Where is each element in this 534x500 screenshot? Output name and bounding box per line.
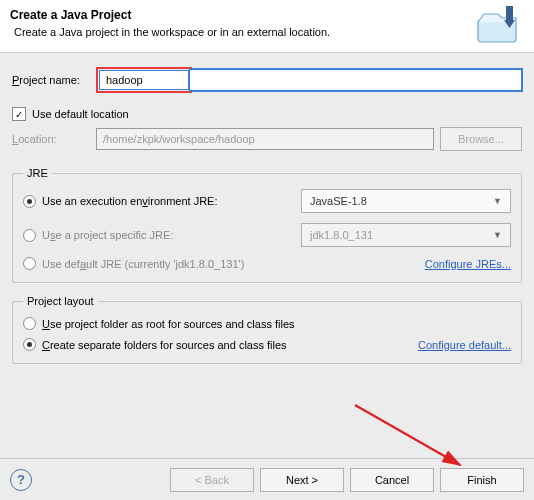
jre-specific-value: jdk1.8.0_131	[310, 229, 373, 241]
layout-separate-label: Create separate folders for sources and …	[42, 339, 418, 351]
folder-wizard-icon	[474, 4, 522, 46]
svg-line-3	[355, 405, 460, 465]
cancel-button[interactable]: Cancel	[350, 468, 434, 492]
annotation-highlight	[96, 67, 192, 93]
layout-root-radio[interactable]	[23, 317, 36, 330]
layout-separate-radio[interactable]	[23, 338, 36, 351]
project-name-input[interactable]	[190, 69, 522, 91]
svg-rect-1	[506, 6, 513, 20]
layout-root-label: Use project folder as root for sources a…	[42, 318, 295, 330]
jre-default-label: Use default JRE (currently 'jdk1.8.0_131…	[42, 258, 244, 270]
back-button: < Back	[170, 468, 254, 492]
chevron-down-icon: ▼	[493, 196, 502, 206]
help-button[interactable]: ?	[10, 469, 32, 491]
chevron-down-icon: ▼	[493, 230, 502, 240]
finish-button[interactable]: Finish	[440, 468, 524, 492]
project-name-input-annotated[interactable]	[100, 71, 188, 89]
jre-default-radio[interactable]	[23, 257, 36, 270]
project-layout-group: Project layout Use project folder as roo…	[12, 295, 522, 364]
use-default-location-label: Use default location	[32, 108, 129, 120]
next-button[interactable]: Next >	[260, 468, 344, 492]
jre-specific-radio[interactable]	[23, 229, 36, 242]
use-default-location-checkbox[interactable]: ✓	[12, 107, 26, 121]
dialog-subtitle: Create a Java project in the workspace o…	[14, 26, 524, 38]
configure-default-link[interactable]: Configure default...	[418, 339, 511, 351]
jre-env-select[interactable]: JavaSE-1.8 ▼	[301, 189, 511, 213]
browse-button: Browse...	[440, 127, 522, 151]
location-label: Location:	[12, 133, 90, 145]
dialog-title: Create a Java Project	[10, 8, 524, 22]
jre-specific-select: jdk1.8.0_131 ▼	[301, 223, 511, 247]
jre-env-value: JavaSE-1.8	[310, 195, 367, 207]
jre-group: JRE Use an execution environment JRE: Ja…	[12, 167, 522, 283]
jre-env-label: Use an execution environment JRE:	[42, 195, 218, 207]
location-input	[96, 128, 434, 150]
project-name-label: Project name:	[12, 74, 90, 86]
project-layout-legend: Project layout	[23, 295, 98, 307]
jre-specific-label: Use a project specific JRE:	[42, 229, 173, 241]
configure-jres-link[interactable]: Configure JREs...	[425, 258, 511, 270]
jre-env-radio[interactable]	[23, 195, 36, 208]
jre-legend: JRE	[23, 167, 52, 179]
